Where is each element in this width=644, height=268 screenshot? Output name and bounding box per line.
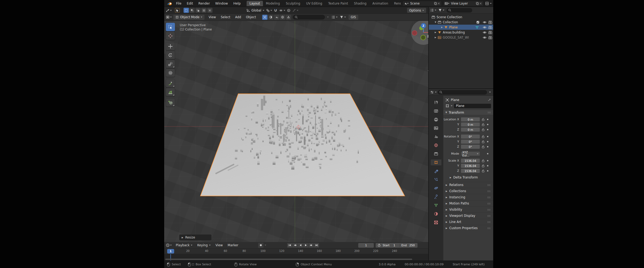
tab-layout[interactable]: Layout	[247, 1, 263, 6]
show-overlays-icon[interactable]	[268, 15, 273, 20]
menu-add[interactable]: Add	[233, 14, 243, 20]
disclosure-collapsed-icon[interactable]: ▶	[434, 31, 437, 34]
tool-transform[interactable]	[166, 69, 175, 77]
tab-modeling[interactable]: Modeling	[263, 1, 283, 6]
tab-animation[interactable]: Animation	[369, 1, 391, 6]
tool-measure[interactable]	[166, 88, 175, 96]
navigation-gizmo[interactable]: Z X	[410, 21, 428, 50]
eye-icon[interactable]	[483, 20, 486, 24]
outliner-row-scene-collection[interactable]: Scene Collection	[429, 14, 493, 20]
menu-view[interactable]: View	[206, 14, 218, 20]
select-mode-extend-button[interactable]	[189, 8, 195, 13]
rotation-x-field[interactable]: 0°	[461, 135, 480, 139]
gis-menu[interactable]: GIS	[349, 15, 358, 20]
axis-neg-x-ball[interactable]	[412, 31, 417, 35]
viewport-3d[interactable]: User Perspective (1) Collection | Plane	[164, 21, 428, 242]
perspective-grid-icon[interactable]	[428, 67, 428, 72]
animate-dot-icon[interactable]	[487, 136, 488, 137]
section-custom-properties[interactable]: ▶Custom Properties	[443, 225, 493, 231]
camera-view-icon[interactable]	[428, 59, 428, 64]
camera-render-icon[interactable]	[488, 25, 492, 29]
menu-render[interactable]: Render	[196, 1, 213, 6]
editor-type-dropdown[interactable]	[166, 15, 172, 19]
camera-render-icon[interactable]	[488, 31, 492, 34]
new-view-layer-icon[interactable]	[476, 2, 479, 5]
chevron-down-icon[interactable]	[265, 245, 266, 246]
jump-to-end-button[interactable]	[314, 243, 319, 248]
pan-hand-icon[interactable]	[428, 51, 428, 56]
tab-texture-paint[interactable]: Texture Paint	[325, 1, 351, 6]
play-button[interactable]	[303, 243, 308, 248]
snap-pivot-dropdown[interactable]	[266, 9, 272, 12]
stopwatch-icon[interactable]	[378, 244, 381, 247]
rotation-z-field[interactable]: 0°	[461, 145, 480, 149]
tool-scale[interactable]	[166, 60, 175, 68]
tab-material[interactable]	[431, 211, 441, 217]
scale-z-field[interactable]: 1536.04	[461, 169, 480, 173]
drag-grip-icon[interactable]	[487, 202, 491, 205]
select-mode-invert-button[interactable]	[201, 8, 207, 13]
transform-orientation-dropdown[interactable]: Global	[246, 9, 264, 12]
disclosure-collapsed-icon[interactable]: ▶	[441, 26, 443, 28]
disclosure-collapsed-icon[interactable]: ▶	[434, 36, 437, 39]
lock-icon[interactable]	[481, 164, 485, 168]
drag-grip-icon[interactable]	[487, 209, 491, 211]
lock-icon[interactable]	[481, 145, 485, 148]
tab-particles[interactable]	[431, 177, 441, 183]
menu-help[interactable]: Help	[230, 1, 243, 6]
section-relations[interactable]: ▶Relations	[443, 182, 493, 188]
operator-panel-resize[interactable]: ▶ Resize	[179, 234, 211, 240]
section-line-art[interactable]: ▶Line Art	[443, 219, 493, 225]
lock-icon[interactable]	[481, 135, 485, 138]
lock-icon[interactable]	[481, 140, 485, 143]
outliner-row-collection[interactable]: ▼ Collection	[429, 20, 493, 25]
location-x-field[interactable]: 0 m	[461, 117, 480, 121]
tab-collection[interactable]	[431, 151, 441, 157]
lock-icon[interactable]	[481, 123, 485, 126]
scale-y-field[interactable]: 1536.04	[461, 164, 480, 168]
animate-dot-icon[interactable]	[487, 160, 488, 161]
chevron-down-icon[interactable]	[451, 105, 452, 106]
lock-icon[interactable]	[481, 118, 485, 121]
animate-dot-icon[interactable]	[487, 165, 488, 166]
display-mode-icon[interactable]	[430, 8, 434, 12]
tool-add-cube[interactable]	[166, 98, 175, 107]
drag-grip-icon[interactable]	[487, 184, 491, 186]
chevron-down-icon[interactable]	[489, 92, 491, 93]
outliner-row-plane[interactable]: ▶ Plane	[429, 25, 493, 30]
menu-file[interactable]: File	[173, 1, 184, 6]
checkbox-checked-icon[interactable]	[476, 21, 480, 24]
section-viewport-display[interactable]: ▶Viewport Display	[443, 213, 493, 219]
grid-layout-icon[interactable]	[485, 2, 489, 5]
tab-rendering[interactable]: Rendering	[391, 1, 401, 6]
world-toggle-icon[interactable]	[280, 15, 285, 20]
scale-x-field[interactable]: 1536.04	[461, 159, 480, 163]
tab-view-layer[interactable]	[431, 125, 441, 131]
mode-dropdown[interactable]: Object Mode	[173, 15, 204, 20]
brush-toggle-icon[interactable]	[286, 15, 291, 20]
tab-constraints[interactable]	[431, 194, 441, 200]
tab-tool[interactable]	[431, 99, 441, 105]
filter-funnel-icon[interactable]	[438, 8, 442, 12]
auto-keying-record-button[interactable]	[258, 243, 264, 248]
location-z-field[interactable]: 0 m	[461, 128, 480, 132]
transform-panel-header[interactable]: ▼ Transform	[443, 110, 493, 115]
animate-dot-icon[interactable]	[487, 141, 488, 142]
properties-search-input[interactable]	[438, 90, 487, 95]
tab-uv-editing[interactable]: UV Editing	[303, 1, 325, 6]
drag-grip-icon[interactable]	[487, 196, 491, 199]
tool-select-box[interactable]	[166, 23, 175, 31]
tab-sculpting[interactable]: Sculpting	[283, 1, 303, 6]
drag-grip-icon[interactable]	[487, 190, 491, 192]
select-mode-intersect-button[interactable]	[207, 8, 213, 13]
tab-modifiers[interactable]	[431, 168, 441, 174]
tab-output[interactable]	[431, 117, 441, 122]
section-instancing[interactable]: ▶Instancing	[443, 194, 493, 200]
drag-grip-icon[interactable]	[487, 227, 491, 229]
menu-window[interactable]: Window	[213, 1, 230, 6]
section-collections[interactable]: ▶Collections	[443, 188, 493, 194]
axis-neg-y-ball[interactable]	[421, 35, 426, 40]
close-icon[interactable]	[437, 2, 440, 5]
disclosure-expanded-icon[interactable]: ▼	[434, 21, 437, 23]
animate-dot-icon[interactable]	[487, 170, 488, 172]
